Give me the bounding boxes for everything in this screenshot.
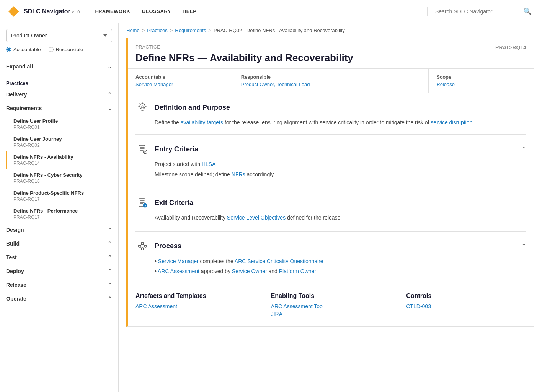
slo-link[interactable]: Service Level Objectives: [227, 215, 286, 221]
responsible-cell-label: Responsible: [241, 74, 421, 80]
arc-questionnaire-link[interactable]: ARC Service Criticality Questionnaire: [235, 258, 323, 264]
process-flow-icon: [137, 241, 148, 252]
release-chevron-icon: ⌃: [108, 282, 112, 288]
sidebar-sub-item-rq17b[interactable]: Define NFRs - Performance PRAC-RQ17: [6, 205, 118, 223]
design-chevron-icon: ⌃: [108, 227, 112, 233]
sidebar-operate-label: Operate: [6, 296, 26, 302]
accountable-cell-value[interactable]: Service Manager: [136, 81, 225, 87]
sidebar-sub-item-rq01[interactable]: Define User Profile PRAC-RQ01: [6, 115, 118, 133]
role-dropdown[interactable]: Product Owner Service Manager Technical …: [6, 29, 112, 42]
entry-criteria-header: Entry Criteria ⌃: [136, 142, 526, 156]
breadcrumb-home[interactable]: Home: [126, 28, 140, 33]
search-input[interactable]: [435, 8, 519, 15]
breadcrumb-sep-3: >: [208, 28, 211, 33]
top-navigation: SDLC Navigator v1.0 FRAMEWORK GLOSSARY H…: [0, 0, 542, 23]
accountable-radio-label[interactable]: Accountable: [6, 47, 41, 52]
breadcrumb-practices[interactable]: Practices: [147, 28, 167, 33]
accountable-cell-label: Accountable: [136, 74, 225, 80]
definition-text: Define the availability targets for the …: [155, 118, 526, 127]
svg-point-21: [141, 248, 144, 250]
expand-all-chevron-icon[interactable]: ⌄: [107, 63, 112, 70]
delivery-chevron-icon: ⌃: [108, 91, 112, 98]
search-icon[interactable]: 🔍: [523, 7, 532, 16]
scope-cell: Scope Release: [429, 69, 534, 93]
nfrs-link[interactable]: NFRs: [232, 171, 245, 177]
breadcrumb-requirements[interactable]: Requirements: [175, 28, 206, 33]
sidebar-item-delivery[interactable]: Delivery ⌃: [0, 88, 118, 101]
availability-targets-link[interactable]: availability targets: [181, 119, 223, 125]
artefacts-templates-title: Artefacts and Templates: [136, 293, 256, 299]
arc-assessment-process-link[interactable]: ARC Assessment: [158, 268, 199, 274]
content-area: Home > Practices > Requirements > PRAC-R…: [119, 23, 542, 392]
sidebar-item-operate[interactable]: Operate ⌃: [0, 292, 118, 306]
logo-area[interactable]: SDLC Navigator v1.0: [8, 5, 80, 18]
rq17b-title: Define NFRs - Performance: [13, 208, 112, 214]
enabling-tools-title: Enabling Tools: [271, 293, 391, 299]
responsible-cell: Responsible Product Owner, Technical Lea…: [233, 69, 429, 93]
entry-criteria-document-icon: [137, 144, 148, 155]
svg-point-20: [144, 245, 147, 247]
nav-glossary[interactable]: GLOSSARY: [142, 8, 171, 14]
rq02-code: PRAC-RQ02: [13, 143, 112, 148]
definition-icon: [136, 101, 149, 114]
nav-framework[interactable]: FRAMEWORK: [95, 8, 130, 14]
expand-all-label[interactable]: Expand all: [6, 63, 33, 70]
ctld-003-link[interactable]: CTLD-003: [406, 303, 526, 309]
service-owner-link[interactable]: Service Owner: [232, 268, 267, 274]
sidebar-sub-item-rq17a[interactable]: Define Product-Specific NFRs PRAC-RQ17: [6, 187, 118, 205]
sidebar-test-label: Test: [6, 254, 17, 260]
nav-links: FRAMEWORK GLOSSARY HELP: [95, 8, 427, 14]
sidebar-build-label: Build: [6, 241, 20, 247]
role-select-area: Product Owner Service Manager Technical …: [6, 29, 112, 42]
sidebar-item-requirements[interactable]: Requirements ⌄: [0, 101, 118, 115]
process-section-title: Process: [155, 242, 181, 250]
requirements-chevron-icon: ⌄: [108, 105, 112, 111]
platform-owner-link[interactable]: Platform Owner: [279, 268, 316, 274]
hlsa-link[interactable]: HLSA: [202, 161, 216, 167]
controls-col: Controls CTLD-003: [406, 293, 526, 319]
exit-criteria-text: Availability and Recoverability Service …: [155, 213, 526, 222]
sidebar-item-deploy[interactable]: Deploy ⌃: [0, 264, 118, 278]
practice-card: Practice Define NFRs — Availability and …: [126, 38, 534, 327]
responsible-cell-value[interactable]: Product Owner, Technical Lead: [241, 81, 421, 87]
arc-assessment-link[interactable]: ARC Assessment: [136, 303, 256, 309]
nav-help[interactable]: HELP: [183, 8, 197, 14]
process-chevron-icon[interactable]: ⌃: [521, 242, 526, 250]
rq16-title: Define NFRs - Cyber Security: [13, 172, 112, 178]
artefacts-templates-col: Artefacts and Templates ARC Assessment: [136, 293, 256, 319]
rq17b-code: PRAC-RQ17: [13, 215, 112, 220]
service-disruption-link[interactable]: service disruption: [431, 119, 472, 125]
accountable-cell: Accountable Service Manager: [128, 69, 233, 93]
service-manager-link[interactable]: Service Manager: [158, 258, 199, 264]
artefacts-grid: Artefacts and Templates ARC Assessment E…: [136, 293, 526, 319]
expand-all-row[interactable]: Expand all ⌄: [0, 59, 118, 74]
sidebar-item-build[interactable]: Build ⌃: [0, 237, 118, 250]
practice-label: Practice: [136, 44, 353, 50]
logo-diamond-icon: [8, 5, 20, 18]
entry-criteria-section: Entry Criteria ⌃ Project started with HL…: [136, 135, 526, 188]
practice-title-area: Practice Define NFRs — Availability and …: [136, 44, 353, 64]
entry-criteria-chevron-icon[interactable]: ⌃: [521, 146, 526, 153]
jira-link[interactable]: JIRA: [271, 311, 391, 317]
sidebar-item-release[interactable]: Release ⌃: [0, 278, 118, 292]
sidebar-item-test[interactable]: Test ⌃: [0, 250, 118, 264]
entry-criteria-icon: [136, 142, 149, 156]
rq01-title: Define User Profile: [13, 118, 112, 124]
requirements-sub-items: Define User Profile PRAC-RQ01 Define Use…: [0, 115, 118, 223]
sidebar-item-design[interactable]: Design ⌃: [0, 223, 118, 237]
sidebar-sub-item-rq16[interactable]: Define NFRs - Cyber Security PRAC-RQ16: [6, 169, 118, 187]
sidebar-sub-item-rq02[interactable]: Define User Journey PRAC-RQ02: [6, 133, 118, 151]
accountable-radio[interactable]: [6, 47, 11, 52]
search-area: 🔍: [427, 7, 534, 16]
arc-assessment-tool-link[interactable]: ARC Assessment Tool: [271, 303, 391, 309]
rq14-title: Define NFRs - Availability: [13, 154, 112, 160]
responsible-radio[interactable]: [49, 47, 54, 52]
sidebar-sub-item-rq14[interactable]: Define NFRs - Availability PRAC-RQ14: [6, 151, 118, 169]
breadcrumb-sep-2: >: [170, 28, 173, 33]
responsible-radio-label[interactable]: Responsible: [49, 47, 83, 52]
definition-section: Definition and Purpose Define the availa…: [136, 93, 526, 135]
test-chevron-icon: ⌃: [108, 254, 112, 260]
exit-criteria-header: ✓ Exit Criteria: [136, 196, 526, 210]
scope-cell-value[interactable]: Release: [436, 81, 526, 87]
logo-text: SDLC Navigator v1.0: [24, 8, 80, 15]
